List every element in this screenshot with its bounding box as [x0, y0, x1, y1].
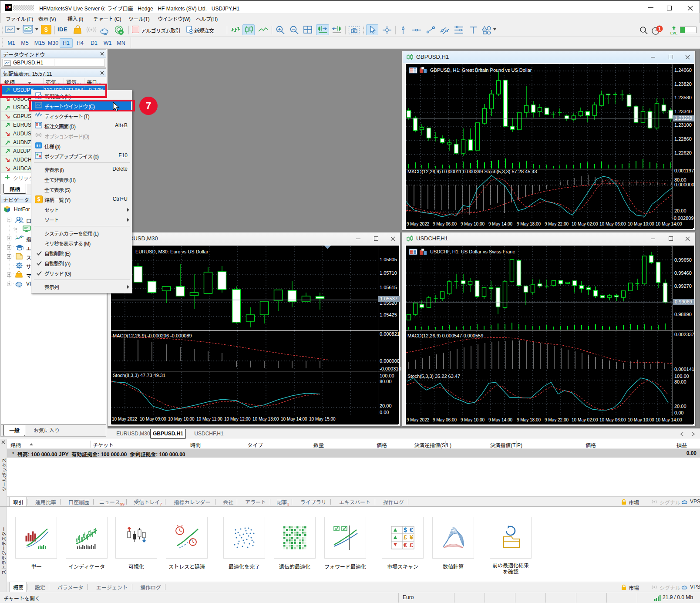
svg-text:£: £ — [404, 534, 407, 541]
svg-text:€: € — [410, 526, 413, 533]
svg-text:€: € — [404, 542, 407, 549]
svg-text:LVL: LVL — [670, 31, 678, 35]
svg-text:£: £ — [410, 542, 413, 549]
svg-text:1: 1 — [658, 26, 661, 31]
svg-text:¥: ¥ — [410, 534, 413, 541]
svg-text:$: $ — [404, 526, 407, 533]
